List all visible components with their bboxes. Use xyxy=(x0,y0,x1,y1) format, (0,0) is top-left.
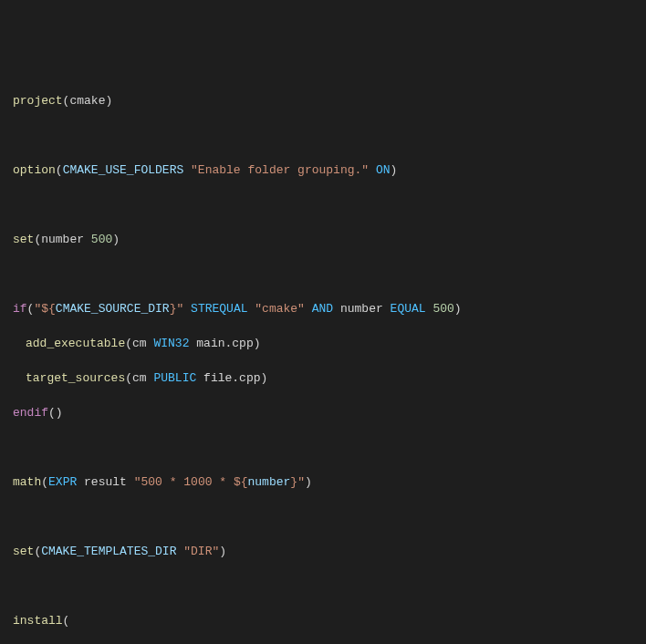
code-line: math(EXPR result "500 * 1000 * ${number}… xyxy=(13,473,633,491)
code-line xyxy=(13,439,633,456)
code-line: option(CMAKE_USE_FOLDERS "Enable folder … xyxy=(13,161,633,179)
code-line: set(CMAKE_TEMPLATES_DIR "DIR") xyxy=(13,543,633,560)
code-line: project(cmake) xyxy=(13,92,633,109)
code-line xyxy=(13,196,633,213)
code-line xyxy=(13,577,633,595)
code-line: if("${CMAKE_SOURCE_DIR}" STREQUAL "cmake… xyxy=(13,300,633,317)
code-line: add_executable(cm WIN32 main.cpp) xyxy=(13,335,633,352)
code-editor[interactable]: project(cmake) option(CMAKE_USE_FOLDERS … xyxy=(13,75,633,644)
code-line: install( xyxy=(13,612,633,629)
code-line xyxy=(13,265,633,283)
code-line: target_sources(cm PUBLIC file.cpp) xyxy=(13,369,633,387)
code-line: endif() xyxy=(13,404,633,421)
code-line xyxy=(13,508,633,525)
code-line xyxy=(13,127,633,144)
code-line: set(number 500) xyxy=(13,231,633,248)
